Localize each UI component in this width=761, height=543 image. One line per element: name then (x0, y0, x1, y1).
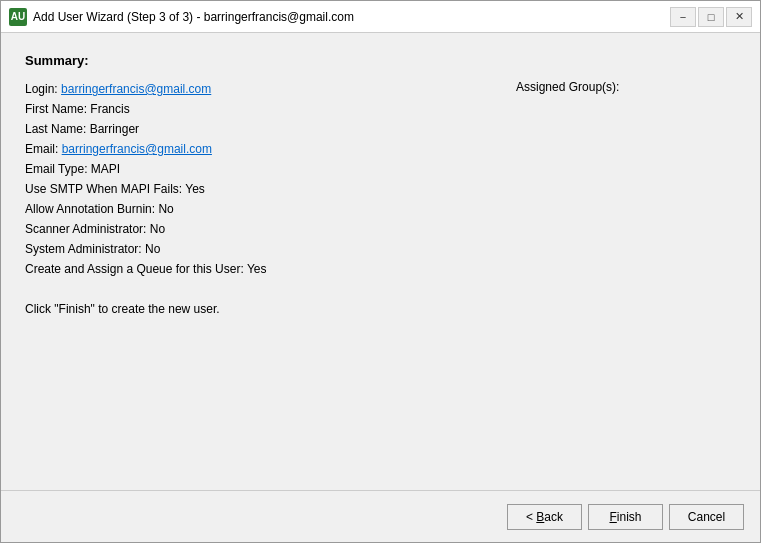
email-value: barringerfrancis@gmail.com (62, 142, 212, 156)
title-bar-buttons: − □ ✕ (670, 7, 752, 27)
app-icon: AU (9, 8, 27, 26)
title-bar: AU Add User Wizard (Step 3 of 3) - barri… (1, 1, 760, 33)
minimize-button[interactable]: − (670, 7, 696, 27)
summary-right: Assigned Group(s): (516, 80, 736, 278)
window-title: Add User Wizard (Step 3 of 3) - barringe… (33, 10, 354, 24)
app-icon-label: AU (11, 11, 25, 22)
assigned-groups-label: Assigned Group(s): (516, 80, 736, 94)
use-smtp-line: Use SMTP When MAPI Fails: Yes (25, 180, 516, 198)
system-admin-line: System Administrator: No (25, 240, 516, 258)
back-label: < Back (526, 510, 563, 524)
allow-annotation-line: Allow Annotation Burnin: No (25, 200, 516, 218)
back-button[interactable]: < Back (507, 504, 582, 530)
summary-body: Login: barringerfrancis@gmail.com First … (25, 80, 736, 278)
login-line: Login: barringerfrancis@gmail.com (25, 80, 516, 98)
create-queue-line: Create and Assign a Queue for this User:… (25, 260, 516, 278)
maximize-button[interactable]: □ (698, 7, 724, 27)
email-line: Email: barringerfrancis@gmail.com (25, 140, 516, 158)
scanner-admin-line: Scanner Administrator: No (25, 220, 516, 238)
summary-heading: Summary: (25, 53, 736, 68)
finish-message: Click "Finish" to create the new user. (25, 302, 736, 316)
cancel-button[interactable]: Cancel (669, 504, 744, 530)
cancel-label: Cancel (688, 510, 725, 524)
footer: < Back Finish Cancel (1, 490, 760, 542)
login-label: Login: (25, 82, 61, 96)
summary-left: Login: barringerfrancis@gmail.com First … (25, 80, 516, 278)
finish-button[interactable]: Finish (588, 504, 663, 530)
main-window: AU Add User Wizard (Step 3 of 3) - barri… (0, 0, 761, 543)
email-label: Email: (25, 142, 62, 156)
finish-label: Finish (609, 510, 641, 524)
first-name-line: First Name: Francis (25, 100, 516, 118)
title-bar-left: AU Add User Wizard (Step 3 of 3) - barri… (9, 8, 354, 26)
login-value: barringerfrancis@gmail.com (61, 82, 211, 96)
content-area: Summary: Login: barringerfrancis@gmail.c… (1, 33, 760, 490)
email-type-line: Email Type: MAPI (25, 160, 516, 178)
close-button[interactable]: ✕ (726, 7, 752, 27)
last-name-line: Last Name: Barringer (25, 120, 516, 138)
